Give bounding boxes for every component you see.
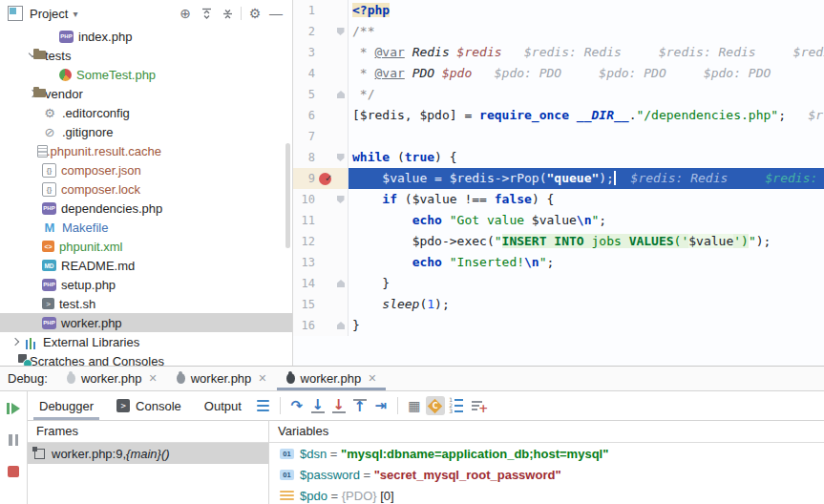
tree-item-external-libraries[interactable]: External Libraries: [0, 332, 292, 351]
code-line-text[interactable]: if ($value !== false) {: [349, 189, 824, 210]
pause-button[interactable]: [3, 429, 24, 452]
settings-gear-icon[interactable]: ⚙: [244, 4, 265, 23]
step-over-icon[interactable]: ↷: [286, 394, 307, 417]
equals-sign: =: [360, 468, 374, 482]
plus-glyph: +: [478, 402, 488, 415]
editor-line-6[interactable]: 6[$redis, $pdo] = require_once __DIR__."…: [293, 105, 824, 126]
editor-line-5[interactable]: 5 */: [293, 84, 824, 105]
step-out-icon[interactable]: ↑: [349, 394, 370, 417]
tree-item-makefile[interactable]: MMakefile: [0, 218, 292, 237]
fold-down-icon[interactable]: [337, 28, 345, 35]
code-line-text[interactable]: }: [349, 273, 824, 294]
fold-down-icon[interactable]: [337, 196, 345, 203]
tree-item-dependencies-php[interactable]: PHPdependencies.php: [0, 199, 292, 218]
editor-line-3[interactable]: 3 * @var Redis $redis $redis: Redis $red…: [293, 42, 824, 63]
variable-row-pdo[interactable]: $pdo = {PDO} [0]: [269, 485, 824, 504]
tree-item-phpunit-result-cache[interactable]: .phpunit.result.cache: [0, 141, 292, 160]
tree-item-composer-lock[interactable]: {}composer.lock: [0, 179, 292, 199]
view-breakpoints-button[interactable]: [3, 500, 24, 504]
force-step-into-icon[interactable]: ↓: [328, 394, 349, 417]
tree-item-vendor[interactable]: vendor: [0, 84, 292, 103]
tree-item-editorconfig[interactable]: ⚙.editorconfig: [0, 103, 292, 122]
code-line-text[interactable]: [$redis, $pdo] = require_once __DIR__."/…: [349, 105, 824, 126]
editor-line-10[interactable]: 10 if ($value !== false) {: [293, 189, 824, 210]
hide-panel-icon[interactable]: —: [265, 4, 286, 23]
tree-item-index-php[interactable]: PHPindex.php: [0, 27, 292, 46]
debug-session-tab-3[interactable]: worker.php✕: [277, 367, 387, 390]
code-line-text[interactable]: $pdo->exec("INSERT INTO jobs VALUES('$va…: [349, 231, 824, 252]
code-line-text[interactable]: while (true) {: [349, 147, 824, 168]
threads-view-icon[interactable]: 123: [446, 394, 467, 417]
layout-menu-icon[interactable]: [253, 394, 274, 417]
chevron-down-icon[interactable]: ▾: [73, 9, 77, 19]
variable-row-dsn[interactable]: 01$dsn = "mysql:dbname=application_db;ho…: [269, 443, 824, 464]
locate-file-icon[interactable]: ⊕: [175, 4, 196, 23]
editor-line-4[interactable]: 4 * @var PDO $pdo $pdo: PDO $pdo: PDO $p…: [293, 63, 824, 84]
frame-function: {main}(): [126, 447, 170, 461]
editor-line-1[interactable]: 1<?php: [293, 0, 824, 21]
editor-line-8[interactable]: 8while (true) {: [293, 147, 824, 168]
expand-all-icon[interactable]: [196, 4, 217, 23]
editor-line-14[interactable]: 14 }: [293, 273, 824, 294]
code-line-text[interactable]: sleep(1);: [349, 294, 824, 315]
tree-item-label: index.php: [78, 30, 132, 44]
project-scrollbar[interactable]: [285, 143, 290, 248]
fold-up-icon[interactable]: [337, 322, 345, 329]
evaluate-expression-icon[interactable]: ▦: [404, 394, 425, 417]
code-line-text[interactable]: <?php: [349, 0, 824, 21]
fold-up-icon[interactable]: [337, 91, 345, 98]
add-watch-icon[interactable]: +: [467, 394, 488, 417]
project-panel-title[interactable]: Project: [30, 7, 68, 21]
editor-line-2[interactable]: 2/**: [293, 21, 824, 42]
code-token: ": [495, 234, 502, 248]
variable-row-password[interactable]: 01$password = "secret_mysql_root_passwor…: [269, 464, 824, 485]
tab-output[interactable]: Output: [193, 391, 253, 420]
close-icon[interactable]: ✕: [258, 372, 266, 385]
frame-row[interactable]: worker.php:9, {main}(): [28, 443, 268, 464]
code-line-text[interactable]: * @var PDO $pdo $pdo: PDO $pdo: PDO $pdo…: [349, 63, 824, 84]
tree-item-setup-php[interactable]: PHPsetup.php: [0, 275, 292, 294]
editor-line-11[interactable]: 11 echo "Got value $value\n";: [293, 210, 824, 231]
debug-session-tab-2[interactable]: worker.php✕: [167, 367, 277, 390]
tree-item-readme-md[interactable]: MDREADME.md: [0, 256, 292, 275]
stop-button[interactable]: [3, 460, 24, 483]
tree-item-sometest-php[interactable]: SomeTest.php: [0, 65, 292, 84]
editor-line-12[interactable]: 12 $pdo->exec("INSERT INTO jobs VALUES('…: [293, 231, 824, 252]
code-token: ;: [599, 213, 606, 227]
code-line-text[interactable]: echo "Inserted!\n";: [349, 252, 824, 273]
close-icon[interactable]: ✕: [149, 372, 158, 385]
code-line-text[interactable]: /**: [349, 21, 824, 42]
tree-item-phpunit-xml[interactable]: <>phpunit.xml: [0, 237, 292, 256]
run-to-cursor-icon[interactable]: ⇥: [370, 394, 391, 417]
resume-button[interactable]: [3, 397, 24, 420]
code-line-text[interactable]: * @var Redis $redis $redis: Redis $redis…: [349, 42, 824, 63]
code-token: }: [352, 276, 390, 290]
show-compiled-code-icon[interactable]: C: [425, 394, 446, 417]
editor-line-16[interactable]: 16}: [293, 315, 824, 336]
tree-item-test-sh[interactable]: >test.sh: [0, 294, 292, 313]
editor-line-13[interactable]: 13 echo "Inserted!\n";: [293, 252, 824, 273]
code-line-text[interactable]: */: [349, 84, 824, 105]
tab-debugger[interactable]: Debugger: [28, 391, 105, 420]
step-into-icon[interactable]: ↓: [307, 394, 328, 417]
tree-item-gitignore[interactable]: ⊘.gitignore: [0, 122, 292, 141]
chevron-collapsed-icon[interactable]: [8, 334, 23, 349]
code-line-text[interactable]: }: [349, 315, 824, 336]
tree-item-composer-json[interactable]: {}composer.json: [0, 160, 292, 179]
editor-line-9[interactable]: 9✓ $value = $redis->rPop("queue"); $redi…: [293, 168, 824, 189]
fold-up-icon[interactable]: [337, 280, 345, 287]
code-line-text[interactable]: $value = $redis->rPop("queue"); $redis: …: [349, 168, 824, 189]
breakpoint-icon[interactable]: ✓: [319, 173, 331, 185]
collapse-all-icon[interactable]: [217, 4, 238, 23]
code-editor[interactable]: 1<?php2/**3 * @var Redis $redis $redis: …: [293, 0, 824, 366]
tab-console[interactable]: >Console: [105, 391, 193, 420]
editor-line-7[interactable]: 7: [293, 126, 824, 147]
close-icon[interactable]: ✕: [368, 372, 376, 385]
editor-line-15[interactable]: 15 sleep(1);: [293, 294, 824, 315]
debug-session-tab-1[interactable]: worker.php✕: [57, 367, 167, 390]
tree-item-worker-php[interactable]: PHPworker.php: [0, 313, 292, 332]
code-line-text[interactable]: echo "Got value $value\n";: [349, 210, 824, 231]
code-line-text[interactable]: [349, 126, 824, 147]
tree-item-tests[interactable]: tests: [0, 46, 292, 65]
fold-down-icon[interactable]: [337, 154, 345, 161]
